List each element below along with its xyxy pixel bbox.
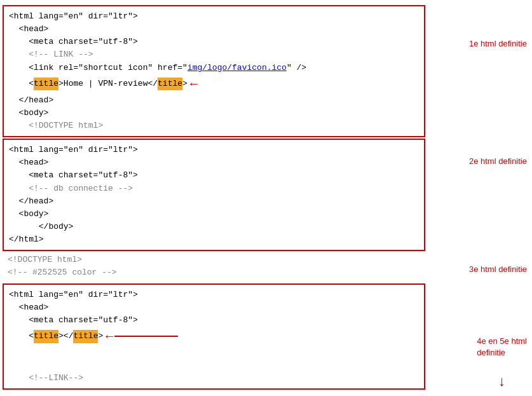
code-area: <html lang="en" dir="ltr"> <head> <meta … bbox=[0, 0, 430, 396]
code-block-3: <html lang="en" dir="ltr"> <head> <meta … bbox=[3, 283, 425, 390]
code-line: <meta charset="utf-8"> bbox=[9, 169, 419, 182]
title-line-2: <title></title> ← bbox=[9, 327, 419, 346]
code-line: <meta charset="utf-8"> bbox=[9, 314, 419, 327]
code-line: <html lang="en" dir="ltr"> bbox=[9, 10, 419, 23]
labels-area: 1e html definitie 2e html definitie 3e h… bbox=[430, 0, 532, 396]
code-block-1: <html lang="en" dir="ltr"> <head> <meta … bbox=[3, 5, 425, 137]
code-line: <head> bbox=[9, 23, 419, 36]
code-block-2: <html lang="en" dir="ltr"> <head> <meta … bbox=[3, 139, 425, 251]
label-2e: 2e html definitie bbox=[469, 156, 527, 167]
code-line: </body> bbox=[9, 221, 419, 233]
code-line: <!DOCTYPE html> bbox=[8, 254, 423, 266]
code-line: <!-- LINK --> bbox=[9, 48, 419, 61]
code-line: </html> bbox=[9, 233, 419, 246]
code-line: <!-- db connectie --> bbox=[9, 182, 419, 195]
code-line: <!DOCTYPE html> bbox=[9, 119, 419, 132]
arrow-line-horiz bbox=[114, 336, 178, 337]
code-line: <head> bbox=[9, 301, 419, 314]
title-line: <title>Home | VPN-review</title> ← bbox=[9, 74, 419, 94]
code-line: <body> bbox=[9, 208, 419, 221]
code-line: <!--LINK--> bbox=[9, 372, 419, 385]
down-arrow-container: ↓ bbox=[477, 374, 527, 388]
code-line bbox=[9, 346, 419, 359]
code-line: <meta charset="utf-8"> bbox=[9, 36, 419, 48]
code-line: </head> bbox=[9, 195, 419, 208]
code-line: <html lang="en" dir="ltr"> bbox=[9, 144, 419, 156]
down-arrow-icon: ↓ bbox=[498, 374, 505, 388]
code-line bbox=[9, 359, 419, 372]
between-blocks: <!DOCTYPE html> <!-- #252525 color --> bbox=[0, 251, 430, 282]
label-4e: 4e en 5e html definitie ↓ bbox=[477, 324, 527, 396]
code-line: <body> bbox=[9, 107, 419, 119]
code-line: <html lang="en" dir="ltr"> bbox=[9, 289, 419, 301]
code-line: <link rel="shortcut icon" href="img/logo… bbox=[9, 62, 419, 74]
code-line: </head> bbox=[9, 94, 419, 107]
label-3e: 3e html definitie bbox=[469, 264, 527, 275]
code-line: <!-- #252525 color --> bbox=[8, 266, 423, 279]
main-container: <html lang="en" dir="ltr"> <head> <meta … bbox=[0, 0, 532, 396]
arrow-icon-1: ← bbox=[190, 74, 198, 94]
arrow-icon-2: ← bbox=[106, 327, 113, 346]
code-line: <head> bbox=[9, 156, 419, 169]
label-1e: 1e html definitie bbox=[469, 38, 527, 50]
